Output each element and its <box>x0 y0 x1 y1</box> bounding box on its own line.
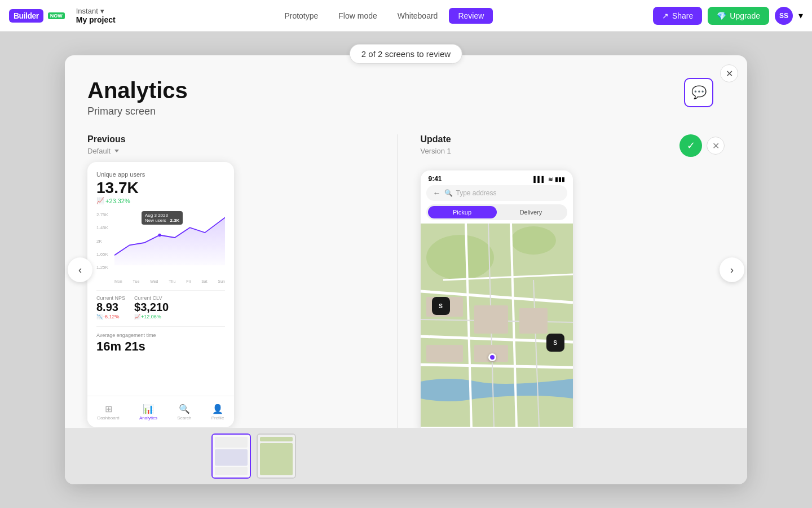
status-time: 9:41 <box>429 175 442 183</box>
nav-analytics: 📊 Analytics <box>139 404 157 421</box>
next-screen-arrow[interactable]: › <box>720 257 744 282</box>
thumbnail-1[interactable] <box>211 433 251 479</box>
engagement-label: Average engagement time <box>96 332 225 338</box>
pickup-tab[interactable]: Pickup <box>428 206 497 218</box>
prev-screen-arrow[interactable]: ‹ <box>68 257 92 282</box>
tab-review[interactable]: Review <box>449 8 493 24</box>
svg-point-2 <box>426 235 494 280</box>
topbar: Builder NOW Instant ▾ My project Prototy… <box>0 0 812 32</box>
x-label-sun: Sun <box>218 279 225 283</box>
project-section: Instant ▾ My project <box>76 7 116 24</box>
y-label-2: 1.45K <box>96 225 108 230</box>
analytics-icon: 📊 <box>143 404 154 414</box>
clv-metric: Current CLV $3,210 📈 +12.06% <box>134 295 169 319</box>
x-label-tue: Tue <box>133 279 139 283</box>
clv-change-text: +12.06% <box>141 314 161 319</box>
tab-flow-mode[interactable]: Flow mode <box>329 8 386 24</box>
clv-up-icon: 📈 <box>134 314 140 319</box>
search-icon: 🔍 <box>444 189 453 197</box>
map-search-bar[interactable]: ← 🔍 Type address <box>426 185 567 201</box>
update-panel: Update Version 1 ✓ ✕ 9:4 <box>404 134 725 436</box>
accept-button[interactable]: ✓ <box>679 134 702 157</box>
change-text: +23.32% <box>105 198 130 204</box>
y-label-5: 1.25K <box>96 265 108 270</box>
nps-metric: Current NPS 8.93 📉 -6.12% <box>96 295 125 319</box>
nav-dashboard: ⊞ Dashboard <box>98 404 120 421</box>
check-icon: ✓ <box>687 139 695 152</box>
instant-selector[interactable]: Instant ▾ <box>76 7 116 15</box>
nav-tabs: Prototype Flow mode Whiteboard Review <box>275 8 493 24</box>
main-canvas: ‹ › 2 of 2 screens to review ✕ Analytics… <box>0 32 812 508</box>
chevron-right-icon: › <box>730 264 734 276</box>
thumbnail-2[interactable] <box>257 433 296 479</box>
pickup-delivery-tabs: Pickup Delivery <box>426 204 567 220</box>
update-header-row: Update Version 1 ✓ ✕ <box>421 134 725 164</box>
gem-icon: 💎 <box>717 11 726 20</box>
unique-users-value: 13.7K <box>96 179 225 197</box>
delivery-tab[interactable]: Delivery <box>497 206 566 218</box>
search-placeholder: Type address <box>456 189 497 197</box>
nps-change-text: -6.12% <box>103 314 120 319</box>
y-label-3: 2K <box>96 239 108 244</box>
analytics-phone: Unique app users 13.7K 📈 +23.32% 2.75K 1… <box>87 162 234 427</box>
previous-label: Previous <box>87 134 392 144</box>
trending-up-icon: 📈 <box>96 197 104 204</box>
logo: Builder NOW <box>9 9 65 23</box>
reject-button[interactable]: ✕ <box>707 137 725 155</box>
svg-rect-14 <box>519 308 548 334</box>
panel-divider <box>398 134 398 436</box>
close-icon: ✕ <box>712 141 720 151</box>
screen-subtitle: Primary screen <box>87 106 725 117</box>
tooltip-value: 2.3K <box>170 218 179 223</box>
modal-close-button[interactable]: ✕ <box>720 64 738 82</box>
map-phone: 9:41 ▌▌▌ ≋ ▮▮▮ ← 🔍 Type address Picku <box>421 170 573 436</box>
nav-search: 🔍 Search <box>177 404 191 421</box>
previous-panel: Previous Default Unique app users 13.7K … <box>87 134 392 427</box>
screens-row: Previous Default Unique app users 13.7K … <box>87 134 725 436</box>
previous-version-text: Default <box>87 147 111 155</box>
phone-content: Unique app users 13.7K 📈 +23.32% 2.75K 1… <box>87 162 234 363</box>
unique-users-change: 📈 +23.32% <box>96 197 225 204</box>
metrics-row: Current NPS 8.93 📉 -6.12% Current CLV $3… <box>96 290 225 319</box>
svg-rect-13 <box>474 305 508 334</box>
review-count-text: 2 of 2 screens to review <box>361 49 451 59</box>
x-label-fri: Fri <box>186 279 191 283</box>
wifi-icon: ≋ <box>548 176 553 182</box>
tab-prototype[interactable]: Prototype <box>275 8 327 24</box>
nps-label: Current NPS <box>96 295 125 301</box>
chevron-left-icon: ‹ <box>78 264 82 276</box>
update-label-section: Update Version 1 <box>421 134 451 162</box>
upgrade-label: Upgrade <box>730 11 760 20</box>
tab-whiteboard[interactable]: Whiteboard <box>389 8 447 24</box>
x-label-wed: Wed <box>150 279 158 283</box>
map-svg <box>421 224 573 427</box>
share-label: Share <box>672 11 693 20</box>
comment-button[interactable]: 💬 <box>684 78 713 107</box>
update-label: Update <box>421 134 451 144</box>
upgrade-button[interactable]: 💎 Upgrade <box>708 7 769 25</box>
nav-analytics-label: Analytics <box>139 415 157 421</box>
instant-label: Instant <box>76 7 98 15</box>
clv-value: $3,210 <box>134 301 169 314</box>
close-icon: ✕ <box>726 68 733 79</box>
tooltip-label: New users <box>145 218 166 223</box>
y-label-4: 1.65K <box>96 252 108 257</box>
clv-label: Current CLV <box>134 295 169 301</box>
avatar-button[interactable]: SS <box>775 7 793 25</box>
svg-rect-17 <box>426 345 463 362</box>
review-pill: 2 of 2 screens to review <box>350 44 462 64</box>
chart-y-labels: 2.75K 1.45K 2K 1.65K 1.25K <box>96 210 108 272</box>
previous-sublabel: Default <box>87 147 392 155</box>
share-button[interactable]: ↗ Share <box>653 7 702 25</box>
svg-point-0 <box>158 234 161 237</box>
analytics-chart: 2.75K 1.45K 2K 1.65K 1.25K <box>96 210 225 283</box>
previous-dropdown-icon <box>114 150 119 152</box>
x-label-mon: Mon <box>114 279 122 283</box>
back-arrow-icon[interactable]: ← <box>433 189 441 198</box>
location-dot <box>488 353 496 361</box>
unique-users-label: Unique app users <box>96 171 225 178</box>
update-sublabel: Version 1 <box>421 147 451 155</box>
screen-title: Analytics <box>87 78 725 103</box>
engagement-section: Average engagement time 16m 21s <box>96 326 225 354</box>
x-label-thu: Thu <box>169 279 175 283</box>
